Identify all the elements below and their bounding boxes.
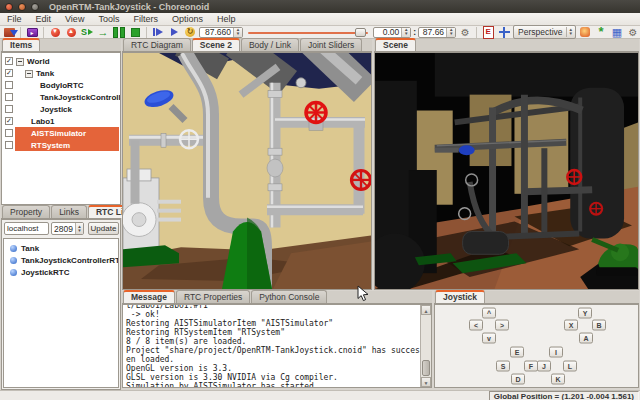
time-slider[interactable] <box>248 27 368 38</box>
projection-dropdown[interactable]: Perspective ▲▼ <box>513 25 576 39</box>
scroll-down-icon[interactable]: ▼ <box>421 377 431 387</box>
joystick-button-right[interactable]: > <box>495 320 509 331</box>
stop-simulation-icon[interactable] <box>128 26 142 38</box>
time-range-min-spinbox[interactable]: 0.00 ▲▼ <box>373 27 411 38</box>
tab-links[interactable]: Links <box>51 205 87 218</box>
item-tree-view[interactable]: ✓World✓TankBodyIoRTCTankJoystickControll… <box>1 52 121 205</box>
window-close-button[interactable] <box>5 3 13 11</box>
lighting-icon[interactable]: * <box>594 26 608 38</box>
window-title: OpenRTM-TankJoystick - Choreonoid <box>49 2 209 12</box>
menu-filters[interactable]: Filters <box>126 14 165 24</box>
joystick-button-f[interactable]: F <box>524 361 538 372</box>
tree-item-labo1[interactable]: ✓Labo1 <box>2 115 120 127</box>
joystick-button-left[interactable]: < <box>469 320 483 331</box>
nameserver-host-input[interactable]: localhost <box>4 222 49 235</box>
wireframe-icon[interactable]: ▦ <box>610 26 624 38</box>
tree-item-joystick[interactable]: Joystick <box>2 103 120 115</box>
tree-item-tank[interactable]: ✓Tank <box>2 67 120 79</box>
time-range-max-spinbox[interactable]: 87.66 ▲▼ <box>418 27 456 38</box>
tree-item-aistsimulator[interactable]: AISTSimulator <box>2 127 120 139</box>
message-text: t/Labo1/Labo1:#f1 -> ok! Restoring AISTS… <box>123 304 431 388</box>
time-sync-icon[interactable]: ↻ <box>183 26 197 38</box>
seek-playback-icon[interactable] <box>151 26 165 38</box>
center-tabbar: RTC DiagramScene 2Body / LinkJoint Slide… <box>122 39 372 52</box>
tab-body-link[interactable]: Body / Link <box>241 38 299 51</box>
left-bottom-tabbar: PropertyLinksRTC List <box>1 206 121 219</box>
tree-item-label: TankJoystickController <box>40 93 121 102</box>
tab-property[interactable]: Property <box>2 205 50 218</box>
tree-item-label: World <box>27 57 50 66</box>
tab-python-console[interactable]: Python Console <box>251 290 327 303</box>
restore-body-state-icon[interactable]: ▲ <box>64 26 78 38</box>
scene-config-icon[interactable]: ⚙ <box>626 26 640 38</box>
open-project-icon[interactable] <box>2 26 16 38</box>
store-body-state-icon[interactable]: ▼ <box>48 26 62 38</box>
movie-recorder-icon[interactable]: ▸ <box>25 26 39 38</box>
joystick-button-b[interactable]: B <box>592 320 606 331</box>
pause-simulation-icon[interactable] <box>112 26 126 38</box>
tab-rtc-diagram[interactable]: RTC Diagram <box>123 38 191 51</box>
update-button[interactable]: Update <box>88 222 119 235</box>
rtc-list-view[interactable]: TankTankJoystickControllerRTCJoystickRTC <box>3 238 119 388</box>
joystick-button-k[interactable]: K <box>551 374 565 385</box>
scene-3d-view[interactable] <box>374 52 639 290</box>
nameserver-port-spinbox[interactable]: 2809 ▲▼ <box>51 222 84 235</box>
timebar-config-icon[interactable]: ⚙ <box>458 26 472 38</box>
tab-joint-sliders[interactable]: Joint Sliders <box>300 38 362 51</box>
collision-visualize-icon[interactable] <box>578 26 592 38</box>
scene2-3d-view[interactable] <box>122 52 372 290</box>
rtc-item-label: TankJoystickControllerRTC <box>21 256 119 265</box>
menu-options[interactable]: Options <box>165 14 210 24</box>
joystick-button-e[interactable]: E <box>510 347 524 358</box>
expander-icon[interactable] <box>16 58 24 66</box>
scroll-up-icon[interactable]: ▲ <box>421 305 431 315</box>
play-animation-icon[interactable] <box>167 26 181 38</box>
scene-translation-icon[interactable] <box>497 26 511 38</box>
tab-items[interactable]: Items <box>2 38 40 51</box>
joystick-button-a[interactable]: A <box>579 333 593 344</box>
joystick-button-s[interactable]: S <box>496 361 510 372</box>
tree-item-bodyiortc[interactable]: BodyIoRTC <box>2 79 120 91</box>
menu-tools[interactable]: Tools <box>91 14 126 24</box>
joystick-button-y[interactable]: Y <box>578 308 592 319</box>
rtc-list-item-tank[interactable]: Tank <box>4 242 118 254</box>
joystick-button-down[interactable]: v <box>482 333 496 344</box>
joystick-button-x[interactable]: X <box>564 320 578 331</box>
tree-item-world[interactable]: ✓World <box>2 55 120 67</box>
toolbar-separator <box>43 27 44 38</box>
tab-message[interactable]: Message <box>123 290 175 303</box>
resume-simulation-icon[interactable]: → <box>96 26 110 38</box>
tree-item-tankjoystickcontroller[interactable]: TankJoystickController <box>2 91 120 103</box>
menu-file[interactable]: File <box>0 14 29 24</box>
tab-rtc-properties[interactable]: RTC Properties <box>176 290 250 303</box>
joystick-button-d[interactable]: D <box>511 374 525 385</box>
joystick-button-l[interactable]: L <box>563 361 577 372</box>
rtc-component-icon <box>10 257 17 264</box>
right-tabbar: Scene <box>374 39 639 52</box>
tab-scene[interactable]: Scene <box>375 38 416 51</box>
message-scrollbar[interactable]: ▲ ▼ <box>420 305 431 387</box>
joystick-button-j[interactable]: J <box>537 361 551 372</box>
time-slider-handle[interactable] <box>355 28 366 37</box>
scene-edit-mode-icon[interactable]: E <box>481 26 495 38</box>
start-simulation-icon[interactable]: S <box>80 26 94 38</box>
window-maximize-button[interactable] <box>31 3 39 11</box>
joystick-button-up[interactable]: ^ <box>482 308 496 319</box>
window-minimize-button[interactable] <box>18 3 26 11</box>
joystick-button-i[interactable]: I <box>549 347 563 358</box>
tree-item-label: RTSystem <box>31 141 70 150</box>
expander-icon[interactable] <box>25 70 33 78</box>
menu-view[interactable]: View <box>58 14 91 24</box>
tree-item-label: AISTSimulator <box>31 129 86 138</box>
rtc-list-item-tankjoystickcontrollerrtc[interactable]: TankJoystickControllerRTC <box>4 254 118 266</box>
rtc-component-icon <box>10 245 17 252</box>
tab-joystick[interactable]: Joystick <box>435 290 485 303</box>
tree-item-rtsystem[interactable]: RTSystem <box>2 139 120 151</box>
rtc-list-item-joystickrtc[interactable]: JoystickRTC <box>4 266 118 278</box>
current-time-spinbox[interactable]: 87.660 ▲▼ <box>199 27 243 38</box>
menu-help[interactable]: Help <box>210 14 243 24</box>
tab-scene-2[interactable]: Scene 2 <box>192 38 240 51</box>
menu-edit[interactable]: Edit <box>29 14 59 24</box>
toolbar-separator <box>476 27 477 38</box>
scroll-thumb[interactable] <box>422 360 430 376</box>
